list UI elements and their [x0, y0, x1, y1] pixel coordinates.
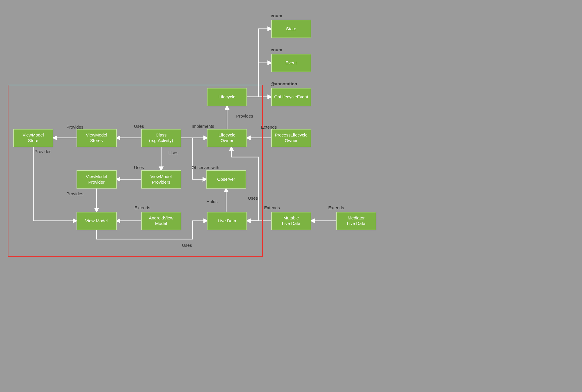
header-event: enum	[271, 47, 282, 52]
node-lifecycle: Lifecycle	[207, 88, 247, 106]
node-processlifecycleowner: ProcessLifecycleOwner	[271, 129, 311, 147]
node-viewmodelproviders: ViewModelProviders	[141, 170, 181, 189]
header-onle: @annotation	[271, 81, 297, 86]
node-onlifecycleevent: OnLifecycleEvent	[271, 88, 311, 106]
node-viewmodel: View Model	[77, 212, 117, 230]
node-state: State	[271, 20, 311, 38]
label-uses-lifecycleowner: Uses	[248, 196, 258, 201]
node-lifecycleowner: LifecycleOwner	[207, 129, 247, 147]
diagram-stage: enum enum @annotation State Event OnLife…	[0, 0, 387, 270]
label-uses-livedata: Uses	[182, 243, 192, 248]
node-event: Event	[271, 54, 311, 72]
label-extends-avm: Extends	[134, 205, 150, 210]
node-viewmodelstores: ViewModelStores	[77, 129, 117, 147]
label-observes-with: Observes with	[192, 165, 219, 170]
label-uses-vmprovider: Uses	[134, 165, 144, 170]
label-provides-lifecycle: Provides	[236, 113, 253, 118]
node-viewmodelstore: ViewModelStore	[13, 129, 53, 147]
label-extends-plo: Extends	[261, 125, 277, 130]
label-uses-vmstores: Uses	[134, 124, 144, 129]
node-class: Class(e.g.Activity)	[141, 129, 181, 147]
node-livedata: Live Data	[207, 212, 247, 230]
label-implements: Implements	[192, 124, 214, 129]
node-mutablelivedata: MutableLive Data	[271, 212, 311, 230]
node-androidviewmodel: AndroidViewModel	[141, 212, 181, 230]
label-provides-vm-from-store: Provides	[35, 149, 52, 154]
label-extends-medld: Extends	[328, 205, 344, 210]
label-provides-vmstore: Provides	[66, 125, 83, 130]
label-provides-vm: Provides	[66, 191, 83, 196]
label-holds: Holds	[207, 199, 218, 204]
header-state: enum	[271, 13, 282, 18]
label-extends-mld: Extends	[264, 205, 280, 210]
node-observer: Observer	[206, 170, 246, 189]
node-viewmodelprovider: ViewModelProvider	[77, 170, 117, 189]
label-uses-vmproviders-arrowdown: Uses	[168, 150, 178, 155]
node-mediatorlivedata: MediatorLive Data	[336, 212, 376, 230]
